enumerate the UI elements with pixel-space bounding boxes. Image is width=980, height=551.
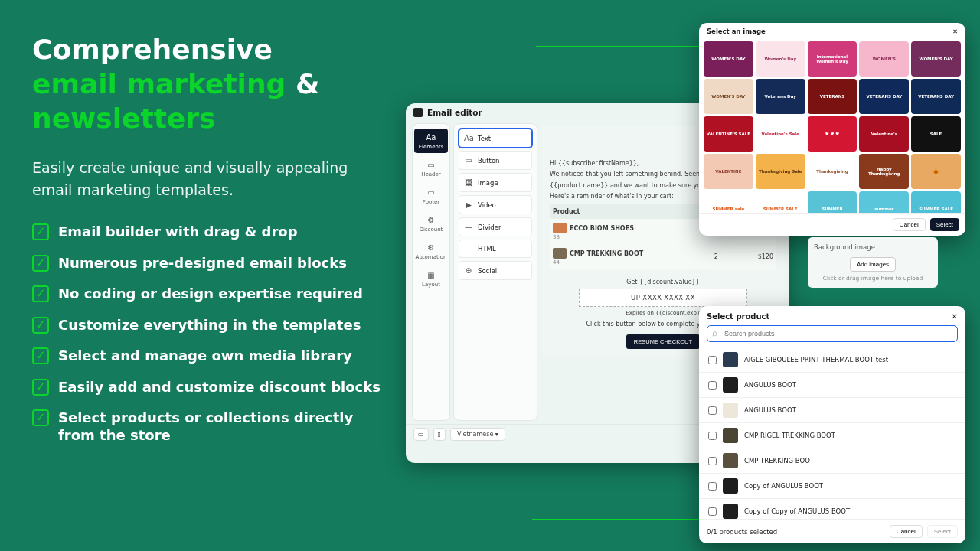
element-video[interactable]: ▶Video — [459, 195, 532, 214]
feature-text: Easily add and customize discount blocks — [58, 379, 381, 396]
image-tile[interactable]: SUMMER SALE — [756, 191, 805, 213]
headline: Comprehensive email marketing & newslett… — [32, 32, 384, 135]
rail-elements[interactable]: AaElements — [414, 129, 448, 153]
image-tile[interactable]: VETERANS — [808, 79, 858, 114]
product-row[interactable]: CMP TREKKING BOOT — [699, 448, 965, 473]
image-tile[interactable]: Valentine's — [859, 116, 909, 152]
rail-automation[interactable]: ⚙Automation — [414, 239, 448, 263]
rail-discount[interactable]: ⚙Discount — [414, 211, 448, 236]
rail-footer[interactable]: ▭Footer — [414, 184, 448, 208]
product-thumb-icon — [723, 403, 738, 418]
image-tile[interactable]: VALENTINE'S SALE — [704, 116, 753, 152]
element-button[interactable]: ▭Button — [459, 151, 532, 170]
image-tile[interactable]: Women's Day — [756, 41, 805, 77]
image-tile[interactable]: WOMEN'S DAY — [704, 41, 753, 77]
rail-label: Footer — [423, 199, 439, 205]
product-name: ANGULUS BOOT — [744, 406, 796, 414]
product-row[interactable]: ANGULUS BOOT — [699, 372, 965, 397]
product-checkbox[interactable] — [708, 507, 717, 516]
product-picker-title: Select product — [707, 312, 769, 321]
product-selected-status: 0/1 products selected — [707, 528, 777, 536]
product-checkbox[interactable] — [708, 432, 717, 440]
rail-label: Layout — [422, 282, 440, 288]
element-label: Image — [478, 179, 498, 187]
image-tile[interactable]: ♥ ♥ ♥ — [808, 116, 858, 152]
image-tile[interactable]: SUMMER SALE — [911, 191, 961, 213]
rail-icon: ⚙ — [426, 214, 436, 225]
rail-header[interactable]: ▭Header — [414, 156, 448, 181]
element-social[interactable]: ⊕Social — [459, 261, 532, 280]
subheadline: Easily create unique and visually appeal… — [32, 157, 384, 201]
product-search-input[interactable] — [707, 325, 958, 342]
product-checkbox[interactable] — [708, 482, 717, 491]
product-row[interactable]: Copy of Copy of ANGULUS BOOT — [699, 498, 965, 519]
product-thumb-icon — [723, 352, 738, 367]
add-images-button[interactable]: Add images — [850, 257, 896, 272]
element-icon: ▶ — [464, 201, 473, 209]
image-tile[interactable]: VETERANS DAY — [859, 79, 909, 114]
image-tile[interactable]: SUMMER — [808, 191, 858, 213]
feature-text: Numerous pre-designed email blocks — [58, 255, 347, 272]
rail-layout[interactable]: ▦Layout — [414, 266, 448, 291]
element-icon: Aa — [464, 134, 473, 142]
product-select-button[interactable]: Select — [927, 525, 958, 538]
editor-title: Email editor — [427, 108, 482, 117]
product-name: ANGULUS BOOT — [744, 381, 796, 389]
resume-checkout-button[interactable]: RESUME CHECKOUT — [626, 334, 700, 349]
desktop-preview-icon[interactable]: ▭ — [413, 428, 429, 441]
image-tile[interactable]: VALENTINE — [704, 154, 753, 189]
coupon-code: UP-XXXX-XXXX-XX — [579, 289, 747, 307]
image-tile[interactable]: summer — [859, 191, 909, 213]
check-icon: ✓ — [32, 347, 49, 364]
image-tile[interactable]: Valentine's Sale — [756, 116, 805, 152]
product-thumb-icon — [723, 428, 738, 443]
image-picker-dialog: Select an image ✕ WOMEN'S DAYWomen's Day… — [699, 23, 965, 236]
image-tile[interactable]: Happy Thanksgiving — [859, 154, 909, 189]
product-thumb-icon — [723, 377, 738, 393]
element-text[interactable]: AaText — [459, 129, 532, 148]
product-checkbox[interactable] — [708, 457, 717, 465]
close-icon[interactable]: ✕ — [952, 312, 958, 321]
feature-item: ✓Numerous pre-designed email blocks — [32, 255, 384, 272]
image-cancel-button[interactable]: Cancel — [893, 218, 926, 231]
language-select[interactable]: Vietnamese ▾ — [450, 428, 505, 441]
product-checkbox[interactable] — [708, 406, 717, 415]
close-icon[interactable]: ✕ — [952, 28, 958, 35]
product-checkbox[interactable] — [708, 381, 717, 390]
rail-label: Elements — [419, 144, 444, 150]
element-icon: — — [464, 223, 473, 231]
image-tile[interactable]: Thanksgiving — [808, 154, 858, 189]
mobile-preview-icon[interactable]: ▯ — [433, 428, 446, 441]
editor-side-rail: AaElements▭Header▭Footer⚙Discount⚙Automa… — [412, 123, 450, 421]
image-tile[interactable]: SALE — [911, 116, 961, 152]
feature-text: No coding or design expertise required — [58, 285, 363, 303]
image-grid: WOMEN'S DAYWomen's DayInternational Wome… — [699, 40, 965, 213]
image-tile[interactable]: Veterans Day — [756, 79, 805, 114]
rail-label: Header — [421, 171, 441, 178]
image-tile[interactable]: WOMEN'S DAY — [704, 79, 753, 114]
element-label: HTML — [478, 245, 496, 253]
image-tile[interactable]: SUMMER sale — [704, 191, 753, 213]
background-image-panel: Background image Add images Click or dra… — [808, 237, 938, 288]
product-cancel-button[interactable]: Cancel — [890, 525, 923, 538]
product-row[interactable]: CMP RIGEL TREKKING BOOT — [699, 422, 965, 448]
element-divider[interactable]: —Divider — [459, 217, 532, 236]
image-tile[interactable]: WOMEN'S — [859, 41, 909, 77]
element-icon: ⊕ — [464, 266, 473, 275]
image-tile[interactable]: Thanksgiving Sale — [756, 154, 805, 189]
image-tile[interactable]: VETERANS DAY — [911, 79, 961, 114]
product-checkbox[interactable] — [708, 356, 717, 364]
element-image[interactable]: 🖼Image — [459, 173, 532, 192]
product-row[interactable]: ANGULUS BOOT — [699, 397, 965, 422]
image-tile[interactable]: 🎃 — [911, 154, 961, 189]
feature-item: ✓Select and manage own media library — [32, 347, 384, 365]
product-row[interactable]: Copy of ANGULUS BOOT — [699, 473, 965, 498]
image-tile[interactable]: International Women's Day — [808, 41, 858, 77]
check-icon: ✓ — [32, 223, 49, 240]
check-icon: ✓ — [32, 317, 49, 334]
image-select-button[interactable]: Select — [930, 218, 959, 231]
image-tile[interactable]: WOMEN'S DAY — [911, 41, 961, 77]
check-icon: ✓ — [32, 285, 49, 302]
element-html[interactable]: HTML — [459, 240, 532, 258]
product-row[interactable]: AIGLE GIBOULEE PRINT THERMAL BOOT test — [699, 347, 965, 372]
